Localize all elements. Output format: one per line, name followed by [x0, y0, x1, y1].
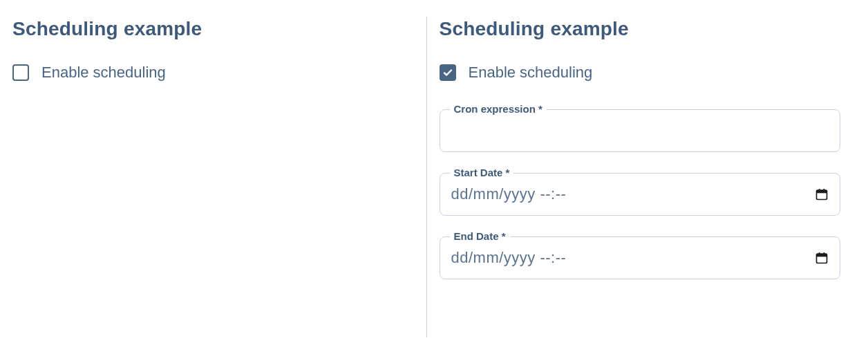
calendar-icon[interactable] — [815, 187, 829, 201]
start-date-field[interactable]: Start Date * dd/mm/yyyy --:-- — [440, 173, 841, 216]
end-date-placeholder[interactable]: dd/mm/yyyy --:-- — [451, 249, 815, 267]
start-date-placeholder[interactable]: dd/mm/yyyy --:-- — [451, 185, 815, 203]
panel-right: Scheduling example Enable scheduling Cro… — [427, 14, 869, 354]
end-date-field[interactable]: End Date * dd/mm/yyyy --:-- — [440, 236, 841, 279]
enable-scheduling-row-right[interactable]: Enable scheduling — [440, 64, 841, 82]
enable-scheduling-checkbox-right[interactable] — [440, 64, 456, 81]
calendar-icon[interactable] — [815, 251, 829, 265]
panel-left: Scheduling example Enable scheduling — [0, 14, 426, 354]
start-date-label: Start Date * — [450, 167, 514, 178]
end-date-label: End Date * — [450, 230, 510, 242]
heading-left: Scheduling example — [12, 18, 414, 40]
enable-scheduling-label-right: Enable scheduling — [469, 64, 593, 82]
enable-scheduling-checkbox-left[interactable] — [12, 64, 29, 81]
heading-right: Scheduling example — [440, 18, 841, 40]
svg-rect-5 — [817, 254, 827, 257]
svg-rect-1 — [817, 190, 827, 193]
check-icon — [442, 67, 453, 78]
cron-expression-input[interactable] — [451, 122, 829, 140]
enable-scheduling-row-left[interactable]: Enable scheduling — [12, 64, 414, 82]
cron-expression-label: Cron expression * — [450, 103, 547, 115]
cron-expression-field[interactable]: Cron expression * — [440, 109, 841, 152]
enable-scheduling-label-left: Enable scheduling — [41, 64, 166, 82]
